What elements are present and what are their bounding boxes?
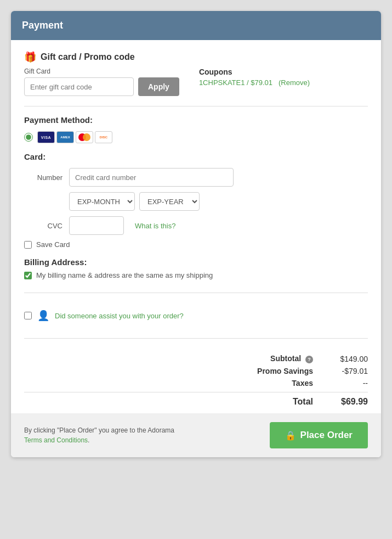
discover-logo: DISC	[95, 131, 112, 143]
exp-month-select[interactable]: EXP-MONTH	[69, 192, 135, 211]
place-order-button[interactable]: 🔒 Place Order	[270, 422, 368, 448]
apply-button[interactable]: Apply	[138, 77, 179, 96]
payment-method-row: VISA AMEX DISC	[24, 131, 368, 143]
taxes-value: --	[324, 379, 368, 388]
expiry-row: EXP-MONTH EXP-YEAR	[69, 192, 368, 211]
gift-card-input-row: Apply	[24, 77, 179, 96]
billing-same-label: My billing name & address are the same a…	[36, 271, 213, 279]
divider-2	[24, 293, 368, 293]
gift-card-section: 🎁 Gift card / Promo code Gift Card Apply…	[24, 51, 368, 96]
order-summary: Subtotal ? $149.00 Promo Savings -$79.01…	[24, 347, 368, 413]
card-number-input[interactable]	[69, 168, 234, 187]
coupon-code: 1CHPSKATE1 / $79.01	[199, 78, 272, 87]
card-section-title: Card:	[24, 152, 368, 161]
coupon-value: 1CHPSKATE1 / $79.01 (Remove)	[199, 78, 310, 87]
taxes-row: Taxes --	[24, 379, 368, 388]
total-label: Total	[214, 397, 313, 407]
promo-row: Promo Savings -$79.01	[24, 367, 368, 375]
amex-logo: AMEX	[56, 131, 74, 143]
gift-card-input-area: Gift Card Apply	[24, 68, 179, 96]
person-icon: 👤	[37, 310, 49, 322]
save-card-label: Save Card	[36, 240, 70, 249]
divider-3	[24, 338, 368, 339]
remove-coupon-link[interactable]: (Remove)	[279, 78, 310, 87]
footer-section: By clicking "Place Order" you agree to t…	[11, 413, 381, 457]
save-card-checkbox[interactable]	[24, 241, 32, 249]
billing-title: Billing Address:	[24, 257, 368, 267]
gift-card-title: 🎁 Gift card / Promo code	[24, 51, 368, 63]
payment-radio[interactable]	[24, 133, 33, 142]
lock-icon: 🔒	[285, 430, 296, 441]
promo-value: -$79.01	[324, 367, 368, 375]
visa-logo: VISA	[37, 131, 55, 143]
subtotal-row: Subtotal ? $149.00	[24, 354, 368, 363]
gift-icon: 🎁	[24, 51, 36, 63]
save-card-row: Save Card	[24, 240, 368, 249]
subtotal-info-icon[interactable]: ?	[305, 356, 313, 363]
cvc-input[interactable]	[69, 216, 124, 235]
gift-card-row: Gift Card Apply Coupons 1CHPSKATE1 / $79…	[24, 68, 368, 96]
footer-text: By clicking "Place Order" you agree to t…	[24, 425, 178, 445]
terms-link[interactable]: Terms and Conditions	[24, 436, 88, 444]
coupons-label: Coupons	[199, 68, 310, 76]
number-label: Number	[24, 173, 63, 182]
subtotal-label: Subtotal ?	[214, 354, 313, 363]
mastercard-logo	[76, 131, 93, 143]
cvc-row: CVC What is this?	[24, 216, 368, 235]
billing-section: Billing Address: My billing name & addre…	[24, 257, 368, 279]
subtotal-value: $149.00	[324, 355, 368, 363]
exp-year-select[interactable]: EXP-YEAR	[139, 192, 200, 211]
what-is-this-link[interactable]: What is this?	[135, 222, 175, 230]
payment-method-section: Payment Method: VISA AMEX DISC	[24, 115, 368, 143]
card-number-row: Number	[24, 168, 368, 187]
payment-method-title: Payment Method:	[24, 115, 368, 125]
page-header: Payment	[11, 11, 381, 40]
divider-1	[24, 106, 368, 106]
coupon-section: Coupons 1CHPSKATE1 / $79.01 (Remove)	[199, 68, 310, 87]
total-row: Total $69.99	[24, 392, 368, 407]
page-title: Payment	[22, 20, 63, 31]
card-logos: VISA AMEX DISC	[37, 131, 112, 143]
assist-checkbox[interactable]	[24, 312, 32, 319]
billing-same-row: My billing name & address are the same a…	[24, 271, 368, 279]
gift-card-label: Gift Card	[24, 68, 179, 75]
gift-card-input[interactable]	[24, 77, 134, 96]
assist-row: 👤 Did someone assist you with your order…	[24, 302, 368, 329]
billing-same-checkbox[interactable]	[24, 272, 32, 279]
total-value: $69.99	[324, 397, 368, 407]
cvc-label: CVC	[24, 222, 63, 230]
promo-label: Promo Savings	[214, 367, 313, 375]
taxes-label: Taxes	[214, 379, 313, 388]
assist-link[interactable]: Did someone assist you with your order?	[55, 312, 184, 320]
card-section: Card: Number EXP-MONTH EXP-YEAR CVC What…	[24, 152, 368, 249]
